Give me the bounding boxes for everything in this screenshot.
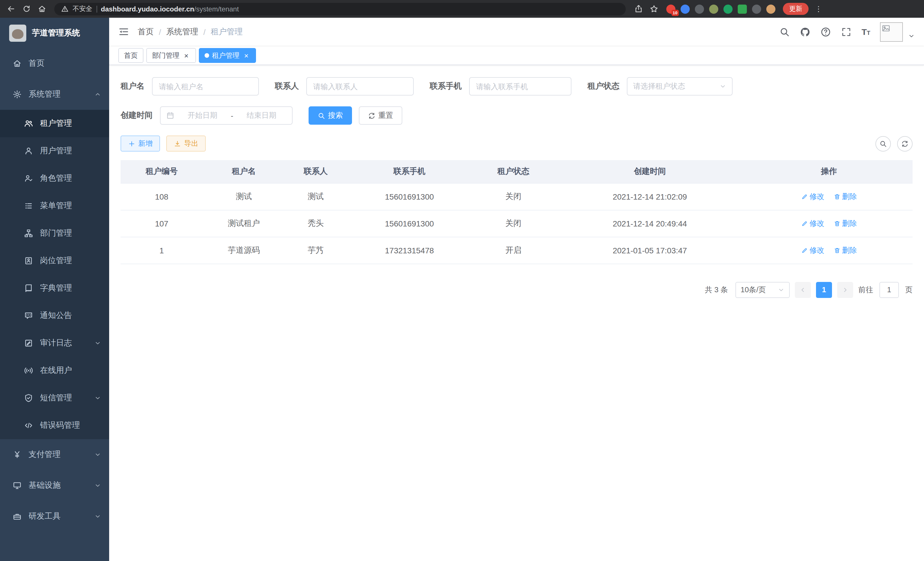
sidebar-item-user[interactable]: 用户管理 — [0, 137, 109, 165]
breadcrumb-item[interactable]: 系统管理 — [166, 27, 198, 37]
sidebar-item-infra[interactable]: 基础设施 — [0, 470, 109, 501]
tab-close-icon[interactable]: × — [242, 51, 250, 59]
calendar-icon — [166, 111, 174, 120]
role-icon — [24, 174, 33, 183]
sidebar-item-pay[interactable]: 支付管理 — [0, 439, 109, 470]
tenant-name-input[interactable] — [152, 77, 259, 96]
home-icon — [13, 59, 22, 68]
home-icon[interactable] — [37, 4, 47, 14]
sidebar-item-label: 用户管理 — [40, 146, 101, 156]
add-button[interactable]: 新增 — [121, 135, 160, 152]
back-icon[interactable] — [6, 4, 16, 14]
extension-red[interactable]: 10 — [666, 4, 675, 14]
sidebar-item-audit[interactable]: 审计日志 — [0, 329, 109, 357]
goto-label: 前往 — [858, 284, 873, 295]
search-icon — [318, 112, 325, 119]
delete-label: 删除 — [842, 191, 857, 202]
extension-puzzle[interactable] — [752, 4, 761, 14]
reload-icon[interactable] — [21, 4, 32, 14]
cell-contact: 秃头 — [285, 210, 346, 237]
sidebar-item-dict[interactable]: 字典管理 — [0, 274, 109, 302]
sidebar-item-errcode[interactable]: 错误码管理 — [0, 412, 109, 439]
sidebar-item-menu[interactable]: 菜单管理 — [0, 192, 109, 220]
edit-link[interactable]: 修改 — [801, 191, 824, 202]
sidebar-item-role[interactable]: 角色管理 — [0, 165, 109, 192]
refresh-icon — [901, 140, 909, 147]
sidebar-item-tenant[interactable]: 租户管理 — [0, 110, 109, 137]
sidebar-item-label: 错误码管理 — [40, 420, 101, 431]
update-button[interactable]: 更新 — [783, 3, 808, 15]
search-icon[interactable] — [779, 26, 790, 37]
extension-green[interactable] — [723, 4, 733, 14]
logo-image — [9, 24, 26, 41]
page-size-select[interactable]: 10条/页 — [735, 282, 790, 298]
tab-tenant[interactable]: 租户管理× — [199, 48, 256, 63]
phone-input[interactable] — [469, 77, 572, 96]
sidebar-item-online[interactable]: 在线用户 — [0, 357, 109, 384]
page-number-1[interactable]: 1 — [816, 282, 832, 298]
edit-icon — [801, 247, 808, 254]
address-bar[interactable]: 不安全 dashboard.yudao.iocoder.cn/system/te… — [54, 3, 626, 15]
sidebar-item-sms[interactable]: 短信管理 — [0, 384, 109, 412]
delete-link[interactable]: 删除 — [833, 245, 857, 255]
edit-label: 修改 — [809, 245, 824, 255]
github-icon[interactable] — [800, 26, 811, 37]
sidebar-item-label: 支付管理 — [28, 450, 87, 460]
export-button[interactable]: 导出 — [166, 135, 206, 152]
dept-tree-icon — [24, 229, 33, 238]
tenant-table: 租户编号租户名联系人联系手机租户状态创建时间操作 108测试测试15601691… — [121, 160, 913, 264]
delete-label: 删除 — [842, 218, 857, 229]
bookmark-star-icon[interactable] — [649, 4, 659, 14]
breadcrumb-item[interactable]: 首页 — [138, 27, 154, 37]
extension-green-square[interactable] — [738, 4, 747, 14]
fullscreen-icon[interactable] — [841, 26, 852, 37]
delete-link[interactable]: 删除 — [833, 191, 857, 202]
contact-input[interactable] — [306, 77, 414, 96]
tab-home[interactable]: 首页 — [118, 48, 143, 63]
create-time-range-picker[interactable]: 开始日期 - 结束日期 — [160, 106, 292, 125]
sidebar-item-label: 租户管理 — [40, 118, 101, 129]
share-icon[interactable] — [633, 4, 644, 14]
chevron-down-icon[interactable] — [908, 32, 915, 39]
edit-link[interactable]: 修改 — [801, 245, 824, 255]
sidebar-item-system[interactable]: 系统管理 — [0, 79, 109, 110]
tab-close-icon[interactable]: × — [182, 51, 190, 59]
sidebar-item-label: 研发工具 — [28, 511, 87, 522]
goto-page-input[interactable] — [879, 282, 899, 298]
sidebar-item-notice[interactable]: 通知公告 — [0, 302, 109, 329]
prev-page-button[interactable] — [795, 282, 811, 298]
search-icon — [879, 140, 887, 147]
tenant-status-select[interactable]: 请选择租户状态 — [627, 77, 733, 96]
sidebar-item-home[interactable]: 首页 — [0, 48, 109, 79]
reset-button[interactable]: 重置 — [359, 106, 402, 125]
help-icon[interactable] — [820, 26, 831, 37]
sidebar-toggle-icon[interactable] — [118, 26, 130, 38]
search-form: 租户名 联系人 联系手机 租户状态 — [121, 77, 913, 125]
sidebar-item-tool[interactable]: 研发工具 — [0, 501, 109, 532]
search-button[interactable]: 搜索 — [309, 106, 352, 125]
extension-blue[interactable] — [681, 4, 690, 14]
extension-avatar[interactable] — [766, 4, 776, 14]
delete-icon — [833, 193, 840, 200]
chevron-down-icon — [94, 513, 101, 520]
notice-icon — [24, 311, 33, 320]
sidebar-item-dept[interactable]: 部门管理 — [0, 220, 109, 247]
extension-dark[interactable] — [695, 4, 704, 14]
extension-olive[interactable] — [709, 4, 718, 14]
kebab-menu-icon[interactable]: ⋮ — [814, 5, 824, 13]
security-label[interactable]: 不安全 — [73, 5, 92, 13]
sidebar-item-post[interactable]: 岗位管理 — [0, 247, 109, 274]
avatar[interactable] — [880, 22, 903, 41]
toggle-search-button[interactable] — [875, 136, 891, 151]
font-size-icon[interactable]: TT — [861, 27, 870, 37]
next-page-button[interactable] — [837, 282, 853, 298]
breadcrumb-item: 租户管理 — [211, 27, 243, 37]
refresh-table-button[interactable] — [897, 136, 913, 151]
search-button-label: 搜索 — [328, 110, 343, 121]
edit-link[interactable]: 修改 — [801, 218, 824, 229]
tab-dept[interactable]: 部门管理× — [146, 48, 196, 63]
sidebar-item-label: 首页 — [28, 58, 101, 69]
column-header: 租户编号 — [121, 160, 203, 183]
delete-link[interactable]: 删除 — [833, 218, 857, 229]
cell-status: 关闭 — [472, 183, 555, 210]
